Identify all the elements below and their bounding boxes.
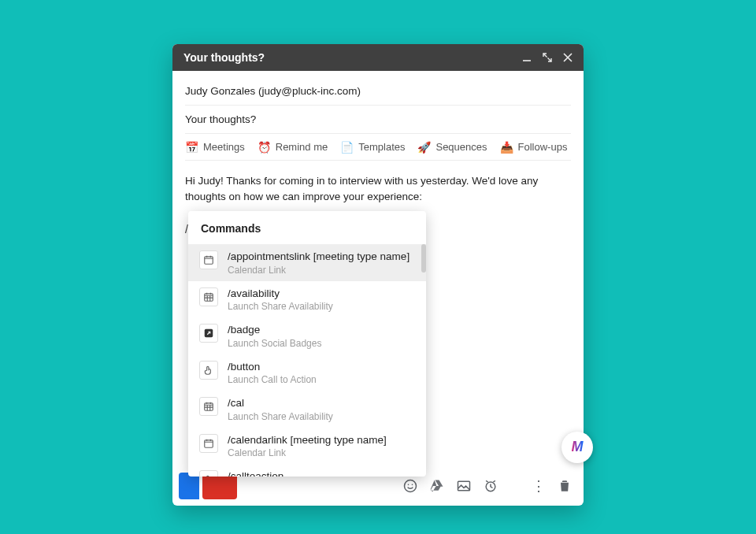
titlebar: Your thoughts?: [172, 44, 584, 71]
command-title: /appointmentslink [meeting type name]: [228, 250, 415, 264]
emoji-icon[interactable]: [402, 478, 418, 494]
toolbar-remind[interactable]: ⏰ Remind me: [258, 141, 328, 153]
pointer-icon: [199, 470, 218, 477]
pointer-icon: [199, 361, 218, 380]
command-item[interactable]: /availabilityLaunch Share Availability: [188, 281, 426, 318]
close-button[interactable]: [563, 53, 573, 62]
command-desc: Launch Share Availability: [228, 411, 415, 422]
command-text: /calltoaction: [228, 469, 415, 477]
toolbar-templates[interactable]: 📄 Templates: [340, 141, 405, 153]
command-desc: Launch Social Badges: [228, 338, 415, 349]
calendar-blank-icon: [199, 434, 218, 453]
svg-point-1: [405, 480, 417, 491]
svg-rect-6: [205, 257, 213, 264]
command-item[interactable]: /buttonLaunch Call to Action: [188, 354, 426, 391]
toolbar-label: Sequences: [435, 141, 487, 153]
extension-fab[interactable]: M: [561, 432, 593, 463]
image-icon[interactable]: [456, 478, 472, 494]
command-desc: Launch Share Availability: [228, 301, 415, 312]
calendar-icon: 📅: [185, 142, 198, 153]
drive-icon[interactable]: [429, 478, 445, 494]
calendar-grid-icon: [199, 287, 218, 306]
command-desc: Calendar Link: [228, 265, 415, 276]
toolbar-label: Templates: [358, 141, 405, 153]
inbox-icon: 📥: [500, 142, 513, 153]
command-title: /cal: [228, 396, 415, 410]
toolbar-sequences[interactable]: 🚀 Sequences: [417, 141, 487, 153]
compose-window: Your thoughts? Judy Gonzales (judy@pluck…: [172, 44, 584, 506]
fullscreen-button[interactable]: [543, 53, 552, 62]
toolbar-meetings[interactable]: 📅 Meetings: [185, 141, 245, 153]
calendar-blank-icon: [199, 250, 218, 269]
snooze-icon[interactable]: [483, 478, 498, 494]
alarm-icon: ⏰: [258, 142, 271, 153]
commands-list[interactable]: /appointmentslink [meeting type name]Cal…: [188, 244, 426, 477]
document-icon: 📄: [340, 142, 354, 153]
svg-point-2: [408, 484, 410, 485]
command-item[interactable]: /calltoaction: [188, 464, 426, 477]
command-title: /availability: [228, 287, 415, 301]
toolbar-label: Meetings: [203, 141, 245, 153]
toolbar-label: Remind me: [276, 141, 328, 153]
command-title: /button: [228, 360, 415, 374]
command-item[interactable]: /badgeLaunch Social Badges: [188, 317, 426, 354]
command-title: /badge: [228, 323, 415, 337]
calendar-grid-icon: [199, 397, 218, 416]
command-title: /calltoaction: [228, 469, 415, 477]
command-item[interactable]: /calendarlink [meeting type name]Calenda…: [188, 428, 426, 465]
minimize-button[interactable]: [522, 53, 532, 62]
svg-rect-10: [205, 440, 213, 447]
command-title: /calendarlink [meeting type name]: [228, 433, 415, 447]
subject-field[interactable]: Your thoughts?: [185, 106, 571, 134]
command-text: /availabilityLaunch Share Availability: [228, 287, 415, 313]
commands-heading: Commands: [188, 211, 426, 244]
command-desc: Calendar Link: [228, 447, 415, 458]
command-text: /badgeLaunch Social Badges: [228, 323, 415, 349]
command-text: /buttonLaunch Call to Action: [228, 360, 415, 386]
to-field[interactable]: Judy Gonzales (judy@pluck-inc.com): [185, 79, 571, 106]
rocket-icon: 🚀: [417, 142, 431, 153]
toolbar-label: Follow-ups: [518, 141, 568, 153]
command-text: /appointmentslink [meeting type name]Cal…: [228, 250, 415, 276]
command-text: /calLaunch Share Availability: [228, 396, 415, 422]
svg-rect-7: [205, 293, 213, 300]
logo-icon: M: [572, 439, 584, 455]
scrollbar-thumb[interactable]: [421, 244, 426, 273]
command-text: /calendarlink [meeting type name]Calenda…: [228, 433, 415, 459]
message-text: Hi Judy! Thanks for coming in to intervi…: [185, 175, 538, 202]
external-icon: [199, 324, 218, 343]
command-item[interactable]: /appointmentslink [meeting type name]Cal…: [188, 244, 426, 281]
svg-rect-4: [458, 481, 470, 491]
trash-icon[interactable]: [557, 478, 573, 494]
toolbar-followups[interactable]: 📥 Follow-ups: [500, 141, 568, 153]
svg-point-3: [412, 484, 413, 485]
extension-toolbar: 📅 Meetings ⏰ Remind me 📄 Templates 🚀 Seq…: [185, 134, 571, 161]
window-title: Your thoughts?: [183, 51, 265, 64]
command-item[interactable]: /calLaunch Share Availability: [188, 391, 426, 428]
command-desc: Launch Call to Action: [228, 374, 415, 385]
commands-popup: Commands /appointmentslink [meeting type…: [188, 211, 426, 477]
more-options-icon[interactable]: ⋮: [532, 477, 546, 495]
